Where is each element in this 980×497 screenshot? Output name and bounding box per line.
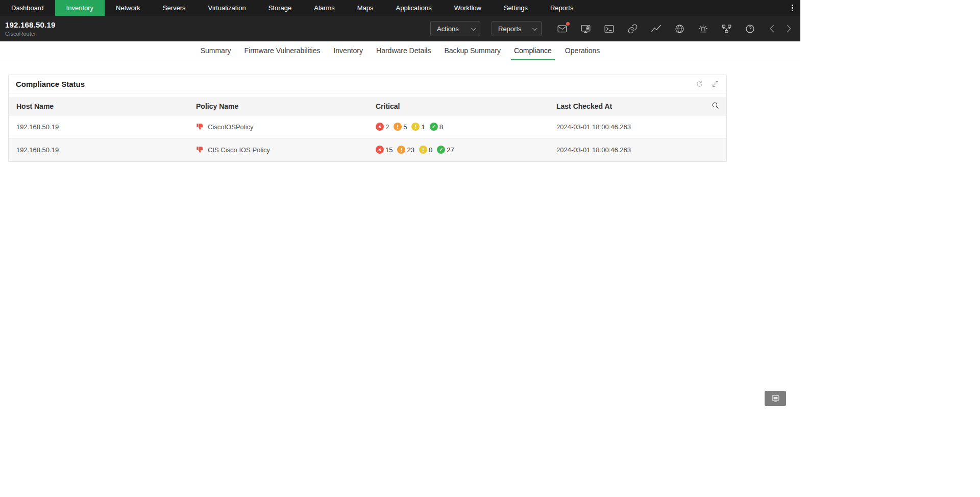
- tab-summary[interactable]: Summary: [194, 41, 238, 60]
- major-badge-icon: [397, 146, 405, 154]
- non-compliant-thumbs-down-icon: [196, 146, 204, 154]
- nav-item-applications[interactable]: Applications: [385, 0, 443, 16]
- compliant-badge-icon: [430, 123, 438, 131]
- table-row[interactable]: 192.168.50.19 CiscoIOSPolicy 2 5 1: [9, 115, 726, 138]
- main-content: Compliance Status Host Name Policy Name …: [0, 60, 800, 162]
- actions-dropdown-label: Actions: [437, 25, 459, 33]
- link-icon[interactable]: [627, 23, 638, 34]
- compliant-badge-icon: [437, 146, 445, 154]
- critical-count: 15: [385, 146, 393, 154]
- device-subtitle: CiscoRouter: [5, 31, 56, 37]
- alert-icon[interactable]: [698, 23, 708, 34]
- nav-item-network[interactable]: Network: [105, 0, 152, 16]
- tab-hardware-details[interactable]: Hardware Details: [370, 41, 437, 60]
- non-compliant-thumbs-down-icon: [196, 123, 204, 131]
- device-pager: [767, 23, 794, 34]
- minor-count: 0: [429, 146, 432, 154]
- main-nav: Dashboard Inventory Network Servers Virt…: [0, 0, 800, 16]
- nav-item-settings[interactable]: Settings: [493, 0, 539, 16]
- critical-count: 2: [385, 123, 389, 131]
- column-host-name: Host Name: [9, 102, 188, 110]
- device-icon-strip: [557, 23, 755, 34]
- device-info: 192.168.50.19 CiscoRouter: [5, 20, 56, 37]
- compliant-count: 27: [447, 146, 454, 154]
- tab-firmware-vulnerabilities[interactable]: Firmware Vulnerabilities: [238, 41, 327, 60]
- topology-icon[interactable]: [721, 23, 732, 34]
- performance-icon[interactable]: [651, 23, 662, 34]
- console-preview-button[interactable]: [765, 391, 786, 406]
- mail-icon[interactable]: [557, 23, 568, 34]
- policy-name-cell[interactable]: CIS Cisco IOS Policy: [188, 146, 368, 154]
- nav-item-alarms[interactable]: Alarms: [303, 0, 346, 16]
- compliance-table: Host Name Policy Name Critical Last Chec…: [9, 97, 726, 161]
- critical-badge-icon: [376, 123, 384, 131]
- device-tabs: Summary Firmware Vulnerabilities Invento…: [0, 41, 800, 60]
- device-title: 192.168.50.19: [5, 20, 56, 29]
- tab-compliance[interactable]: Compliance: [507, 41, 558, 60]
- tab-inventory[interactable]: Inventory: [327, 41, 370, 60]
- nav-item-inventory[interactable]: Inventory: [55, 0, 105, 16]
- last-checked-cell: 2024-03-01 18:00:46.263: [549, 123, 704, 131]
- major-count: 5: [403, 123, 407, 131]
- device-header-bar: 192.168.50.19 CiscoRouter Actions Report…: [0, 16, 800, 41]
- table-header-row: Host Name Policy Name Critical Last Chec…: [9, 97, 726, 115]
- column-last-checked-at: Last Checked At: [549, 102, 704, 110]
- column-critical: Critical: [368, 102, 549, 110]
- nav-item-virtualization[interactable]: Virtualization: [197, 0, 257, 16]
- major-badge-icon: [394, 123, 402, 131]
- policy-name: CiscoIOSPolicy: [208, 123, 254, 131]
- notification-dot: [566, 22, 570, 26]
- nav-item-maps[interactable]: Maps: [346, 0, 385, 16]
- remote-access-icon[interactable]: [580, 23, 591, 34]
- tab-operations[interactable]: Operations: [558, 41, 606, 60]
- critical-badge-icon: [376, 146, 384, 154]
- nav-item-dashboard[interactable]: Dashboard: [0, 0, 55, 16]
- device-toolbar: Actions Reports: [430, 21, 794, 36]
- host-name-cell: 192.168.50.19: [9, 123, 188, 131]
- policy-name: CIS Cisco IOS Policy: [208, 146, 270, 154]
- policy-name-cell[interactable]: CiscoIOSPolicy: [188, 123, 368, 131]
- host-name-cell: 192.168.50.19: [9, 146, 188, 154]
- minor-count: 1: [421, 123, 425, 131]
- minor-badge-icon: [419, 146, 427, 154]
- minor-badge-icon: [411, 123, 420, 131]
- card-header: Compliance Status: [9, 75, 726, 93]
- overflow-menu-icon[interactable]: [792, 0, 793, 16]
- nav-item-servers[interactable]: Servers: [152, 0, 197, 16]
- last-checked-cell: 2024-03-01 18:00:46.263: [549, 146, 704, 154]
- card-actions: [696, 80, 719, 88]
- severity-counts-cell: 15 23 0 27: [368, 146, 549, 154]
- terminal-icon[interactable]: [604, 23, 615, 34]
- compliant-count: 8: [439, 123, 443, 131]
- resize-icon[interactable]: [712, 80, 719, 88]
- table-row[interactable]: 192.168.50.19 CIS Cisco IOS Policy 15 23: [9, 138, 726, 161]
- chevron-down-icon: [471, 26, 476, 31]
- nav-item-storage[interactable]: Storage: [257, 0, 303, 16]
- tab-backup-summary[interactable]: Backup Summary: [437, 41, 507, 60]
- next-device-icon[interactable]: [783, 23, 794, 34]
- refresh-icon[interactable]: [696, 80, 703, 88]
- help-icon[interactable]: [745, 23, 755, 34]
- chevron-down-icon: [532, 26, 537, 31]
- app-container: Dashboard Inventory Network Servers Virt…: [0, 0, 800, 162]
- compliance-status-card: Compliance Status Host Name Policy Name …: [8, 75, 727, 162]
- column-policy-name: Policy Name: [188, 102, 368, 110]
- major-count: 23: [407, 146, 414, 154]
- nav-item-workflow[interactable]: Workflow: [443, 0, 493, 16]
- reports-dropdown-label: Reports: [498, 25, 522, 33]
- card-title: Compliance Status: [16, 80, 85, 88]
- severity-counts-cell: 2 5 1 8: [368, 123, 549, 131]
- search-icon[interactable]: [711, 101, 720, 111]
- nav-item-reports[interactable]: Reports: [539, 0, 585, 16]
- actions-dropdown[interactable]: Actions: [430, 21, 480, 36]
- monitor-icon: [771, 394, 780, 403]
- prev-device-icon[interactable]: [767, 23, 778, 34]
- globe-icon[interactable]: [674, 23, 685, 34]
- reports-dropdown[interactable]: Reports: [492, 21, 542, 36]
